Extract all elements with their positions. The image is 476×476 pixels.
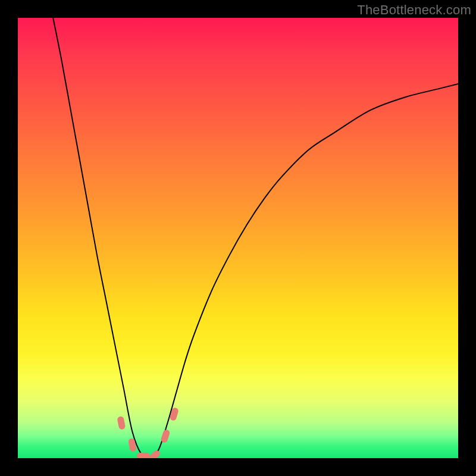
minimum-marker bbox=[137, 453, 150, 458]
chart-frame: TheBottleneck.com bbox=[0, 0, 476, 476]
minimum-marker bbox=[128, 438, 137, 452]
bottleneck-curve bbox=[53, 18, 458, 458]
minimum-marker bbox=[148, 449, 161, 458]
minimum-marker bbox=[117, 416, 126, 430]
minimum-marker bbox=[160, 429, 170, 443]
watermark-text: TheBottleneck.com bbox=[357, 2, 471, 18]
curve-svg bbox=[18, 18, 458, 458]
plot-area bbox=[18, 18, 458, 458]
